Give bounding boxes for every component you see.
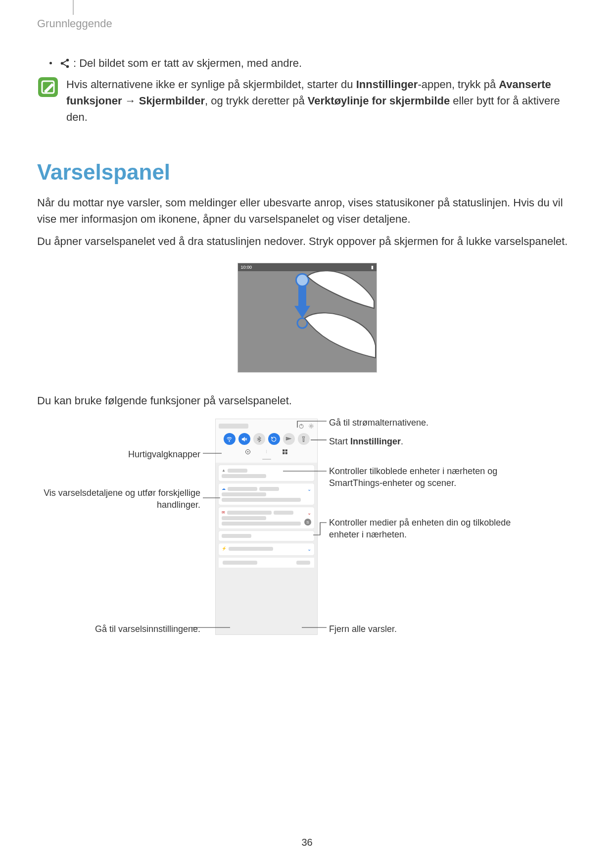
svg-point-1: [66, 58, 69, 61]
swipe-figure-wrap: 10:00 ▮: [37, 262, 577, 373]
note-row: Hvis alternativene ikke er synlige på sk…: [37, 76, 577, 125]
callout-power: Gå til strømalternativene.: [329, 417, 527, 429]
callout-details: Vis varselsdetaljene og utfør forskjelli…: [37, 487, 200, 511]
paragraph-2: Du åpner varselspanelet ved å dra status…: [37, 233, 577, 249]
note-icon: [37, 76, 59, 98]
share-icon: [59, 58, 70, 69]
status-time: 10:00: [241, 265, 252, 270]
paragraph-1: Når du mottar nye varsler, som meldinger…: [37, 194, 577, 227]
note-text: Hvis alternativene ikke er synlige på sk…: [66, 76, 577, 125]
share-bullet-row: : Del bildet som er tatt av skjermen, me…: [49, 55, 577, 71]
callout-settings: Start Innstillinger.: [329, 435, 527, 447]
battery-icon: ▮: [371, 265, 374, 270]
share-bullet-text: : Del bildet som er tatt av skjermen, me…: [73, 55, 302, 71]
paragraph-3: Du kan bruke følgende funksjoner på vars…: [37, 392, 577, 409]
svg-point-0: [61, 62, 64, 65]
svg-rect-9: [298, 286, 306, 306]
chapter-label: Grunnleggende: [37, 17, 577, 30]
callout-quick: Hurtigvalgknapper: [37, 448, 200, 460]
swipe-figure: 10:00 ▮: [237, 263, 377, 373]
callout-clear: Fjern alle varsler.: [329, 623, 527, 635]
page-number: 36: [0, 837, 614, 848]
panel-diagram: | ▲ ⌄ ☁ ⌄ ✉ S: [37, 419, 577, 641]
svg-line-3: [63, 60, 66, 62]
callout-devices: Kontroller tilkoblede enheter i nærheten…: [329, 465, 527, 489]
svg-line-4: [63, 64, 66, 66]
svg-point-8: [297, 275, 308, 286]
section-title: Varselspanel: [37, 160, 577, 185]
callout-notif-settings: Gå til varselsinnstillingene.: [37, 623, 200, 635]
svg-point-2: [66, 65, 69, 68]
callout-media: Kontroller medier på enheten din og tilk…: [329, 517, 527, 541]
bullet-dot: [49, 62, 52, 64]
